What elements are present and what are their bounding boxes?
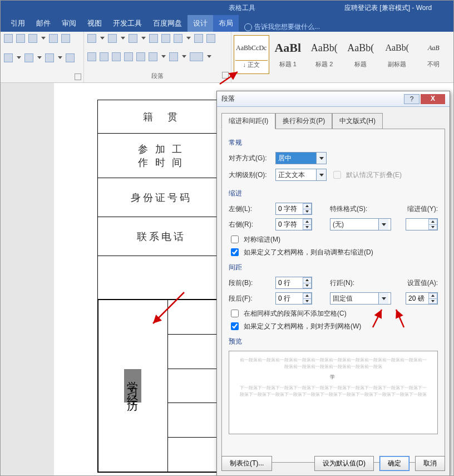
show-marks-icon[interactable]	[206, 34, 215, 43]
style-不明[interactable]: AaB不明	[416, 35, 452, 74]
tab-devtools[interactable]: 开发工具	[107, 15, 147, 32]
align-left-icon[interactable]	[87, 52, 96, 61]
table-row[interactable]: 身份证号码	[98, 178, 225, 217]
style-标题 2[interactable]: AaBb(标题 2	[307, 35, 342, 74]
svg-line-0	[220, 72, 238, 84]
special-label: 特殊格式(S):	[330, 204, 370, 214]
at-label: 设置值(A):	[403, 278, 438, 288]
by-spin[interactable]	[406, 218, 438, 230]
mirror-checkbox[interactable]: 对称缩进(M)	[229, 234, 438, 245]
set-default-button[interactable]: 设为默认值(D)	[314, 456, 374, 471]
close-button[interactable]: X	[421, 94, 445, 104]
highlight-icon[interactable]	[24, 53, 33, 62]
table-row[interactable]: 参 加 工 作 时 间	[98, 134, 225, 178]
dialog-titlebar[interactable]: 段落 ? X	[217, 91, 450, 107]
tab-review[interactable]: 审阅	[56, 15, 82, 32]
align-justify-icon[interactable]	[124, 52, 133, 61]
chevron-down-icon[interactable]	[316, 153, 326, 164]
cell-phone: 联系电话	[137, 230, 186, 243]
tab-line-page-breaks[interactable]: 换行和分页(P)	[275, 113, 332, 129]
sort-icon[interactable]	[194, 34, 203, 43]
char-shading-icon[interactable]	[66, 53, 75, 62]
outline-value[interactable]	[276, 171, 316, 179]
cell-origin: 籍 贯	[143, 110, 180, 124]
align-center-icon[interactable]	[100, 52, 108, 61]
left-indent-label: 左侧(L):	[229, 204, 271, 214]
before-spin[interactable]	[275, 277, 312, 289]
chevron-down-icon[interactable]	[378, 219, 388, 230]
asian-layout-icon[interactable]	[174, 34, 182, 43]
alignment-value[interactable]	[276, 154, 316, 162]
style-标题[interactable]: AaBb(标题	[343, 35, 379, 74]
indent-inc-icon[interactable]	[161, 34, 170, 43]
table-row[interactable]: 籍 贯	[98, 100, 225, 134]
align-right-icon[interactable]	[112, 52, 121, 61]
text-effects-icon[interactable]	[4, 53, 13, 62]
outline-combo[interactable]	[275, 169, 327, 181]
phonetic-guide-icon[interactable]	[49, 34, 58, 43]
chevron-down-icon[interactable]	[378, 293, 388, 304]
font-launcher-icon[interactable]	[75, 73, 81, 80]
borders-icon[interactable]	[190, 52, 203, 61]
svg-line-1	[153, 292, 184, 323]
left-indent-spin[interactable]	[275, 203, 312, 215]
section-general: 常规	[229, 135, 438, 150]
form-table[interactable]: 籍 贯 参 加 工 作 时 间 身份证号码 联系电话 学习经历	[97, 100, 225, 473]
right-indent-value[interactable]	[276, 219, 303, 230]
right-indent-spin[interactable]	[275, 218, 312, 230]
ok-button[interactable]: 确定	[379, 456, 409, 471]
grow-font-icon[interactable]	[4, 34, 13, 43]
tab-design[interactable]: 设计	[187, 15, 213, 32]
style-副标题[interactable]: AaBb(副标题	[379, 35, 415, 74]
styles-gallery[interactable]: AaBbCcDc↓ 正文AaBl标题 1AaBb(标题 2AaBb(标题AaBb…	[231, 32, 453, 82]
by-value[interactable]	[406, 219, 428, 230]
left-indent-value[interactable]	[276, 203, 303, 214]
at-spin[interactable]	[406, 292, 438, 305]
line-spacing-value[interactable]	[330, 295, 378, 302]
paragraph-group-label: 段落	[87, 71, 228, 80]
at-value[interactable]	[406, 293, 428, 304]
char-border-icon[interactable]	[61, 34, 70, 43]
style-↓ 正文[interactable]: AaBbCcDc↓ 正文	[234, 35, 269, 74]
shading-icon[interactable]	[169, 52, 178, 61]
before-value[interactable]	[276, 277, 303, 288]
tab-indent-spacing[interactable]: 缩进和间距(I)	[221, 113, 275, 129]
line-spacing-combo[interactable]	[330, 292, 391, 305]
cell-education-vertical: 学习经历	[124, 369, 141, 403]
line-spacing-icon[interactable]	[149, 52, 157, 61]
after-value[interactable]	[276, 293, 303, 304]
tab-baidu[interactable]: 百度网盘	[147, 15, 187, 32]
style-标题 1[interactable]: AaBl标题 1	[270, 35, 306, 74]
collapse-checkbox[interactable]: 默认情况下折叠(E)	[331, 169, 402, 180]
preview-box: 前一段落前一段落前一段落前一段落前一段落前一段落前一段落前一段落前一段落前一段落…	[229, 351, 438, 434]
tab-mailings[interactable]: 邮件	[31, 15, 56, 32]
cancel-button[interactable]: 取消	[415, 456, 445, 471]
tab-references[interactable]: 引用	[5, 15, 31, 32]
table-row[interactable]: 联系电话	[98, 217, 225, 256]
bulb-icon	[244, 23, 252, 31]
after-spin[interactable]	[275, 292, 312, 305]
shrink-font-icon[interactable]	[16, 34, 25, 43]
help-button[interactable]: ?	[404, 94, 420, 104]
annotation-arrow	[368, 307, 385, 331]
numbering-icon[interactable]	[108, 34, 117, 43]
preview-prev-text: 前一段落前一段落前一段落前一段落前一段落前一段落前一段落前一段落前一段落前一段落…	[238, 357, 428, 370]
tab-layout[interactable]: 布局	[213, 15, 239, 32]
left-gutter	[1, 83, 54, 475]
font-color-icon[interactable]	[45, 53, 54, 62]
grid-indent-checkbox[interactable]: 如果定义了文档网格，则自动调整右缩进(D)	[229, 247, 438, 258]
alignment-combo[interactable]	[275, 152, 327, 164]
change-case-icon[interactable]	[28, 34, 37, 43]
tab-asian-typography[interactable]: 中文版式(H)	[332, 113, 383, 129]
bullets-icon[interactable]	[87, 34, 96, 43]
tab-view[interactable]: 视图	[82, 15, 107, 32]
distributed-icon[interactable]	[136, 52, 145, 61]
indent-dec-icon[interactable]	[149, 34, 158, 43]
multilevel-icon[interactable]	[129, 34, 137, 43]
special-value[interactable]	[330, 220, 378, 228]
chevron-down-icon[interactable]	[316, 169, 326, 180]
tabs-button[interactable]: 制表位(T)...	[221, 456, 272, 471]
outline-label: 大纲级别(O):	[229, 170, 271, 180]
special-combo[interactable]	[330, 218, 391, 230]
tell-me[interactable]: 告诉我您想要做什么...	[244, 22, 320, 32]
